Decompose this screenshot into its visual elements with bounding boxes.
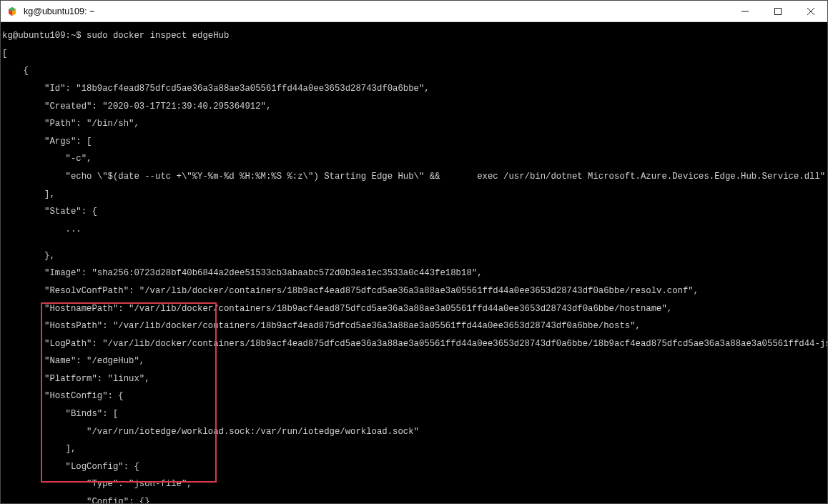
maximize-button[interactable]	[762, 1, 794, 22]
shell-prompt: kg@ubuntu109:~$	[2, 31, 87, 41]
terminal-line: "Image": "sha256:0723d28bf40b6844a2dee51…	[2, 269, 827, 277]
terminal-line: "Platform": "linux",	[2, 375, 827, 383]
terminal-line: "Args": [	[2, 137, 827, 146]
close-button[interactable]	[794, 1, 827, 22]
client-area: kg@ubuntu109:~$ sudo docker inspect edge…	[1, 22, 827, 503]
svg-rect-0	[775, 8, 782, 14]
terminal-line: "echo \"$(date --utc +\"%Y-%m-%d %H:%M:%…	[2, 172, 827, 181]
terminal-line: },	[2, 252, 827, 260]
terminal-line: "/var/run/iotedge/workload.sock:/var/run…	[2, 428, 827, 436]
terminal-line: "Path": "/bin/sh",	[2, 119, 827, 128]
terminal-line: "State": {	[2, 207, 827, 216]
terminal-line: ],	[2, 445, 827, 453]
app-window: kg@ubuntu109: ~ kg@ubuntu109:~$ sudo doc…	[0, 0, 828, 504]
terminal-line: [	[2, 49, 827, 58]
window-title: kg@ubuntu109: ~	[24, 6, 94, 16]
shell-command: sudo docker inspect edgeHub	[87, 31, 229, 41]
terminal-line: "ResolvConfPath": "/var/lib/docker/conta…	[2, 287, 827, 295]
terminal-line: "LogPath": "/var/lib/docker/containers/1…	[2, 340, 827, 348]
terminal-line: {	[2, 66, 827, 75]
terminal-line: "Name": "/edgeHub",	[2, 357, 827, 365]
minimize-button[interactable]	[729, 1, 762, 22]
terminal-line: ],	[2, 190, 827, 199]
terminal-line: "HostsPath": "/var/lib/docker/containers…	[2, 322, 827, 330]
terminal-line: ...	[2, 225, 827, 234]
terminal-line: "Config": {}	[2, 498, 827, 503]
terminal-line: kg@ubuntu109:~$ sudo docker inspect edge…	[2, 31, 827, 40]
terminal-line: "Id": "18b9acf4ead875dfcd5ae36a3a88ae3a0…	[2, 84, 827, 93]
terminal-line: "LogConfig": {	[2, 463, 827, 471]
terminal-line: "Type": "json-file",	[2, 480, 827, 488]
terminal-line: "HostConfig": {	[2, 392, 827, 400]
app-icon	[6, 6, 18, 17]
terminal-line: "Binds": [	[2, 410, 827, 418]
terminal-line: "Created": "2020-03-17T21:39:40.29536491…	[2, 102, 827, 111]
titlebar[interactable]: kg@ubuntu109: ~	[1, 1, 827, 22]
terminal[interactable]: kg@ubuntu109:~$ sudo docker inspect edge…	[1, 22, 827, 503]
terminal-line: "-c",	[2, 154, 827, 163]
terminal-line: "HostnamePath": "/var/lib/docker/contain…	[2, 305, 827, 313]
